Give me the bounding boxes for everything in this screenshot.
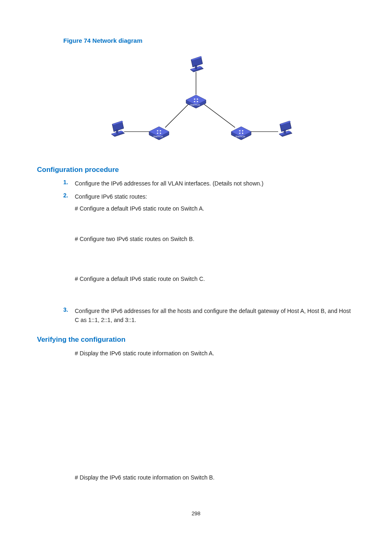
step-text: Configure IPv6 static routes: # Configur… bbox=[75, 192, 355, 302]
step-3: 3. Configure the IPv6 addresses for all … bbox=[63, 306, 355, 325]
switch-left-icon bbox=[149, 127, 169, 140]
svg-line-1 bbox=[165, 103, 190, 127]
step-number: 2. bbox=[63, 192, 75, 302]
steps-list: 1. Configure the IPv6 addresses for all … bbox=[63, 179, 355, 325]
step-number: 1. bbox=[63, 179, 75, 188]
step-main-text: Configure IPv6 static routes: bbox=[75, 193, 147, 200]
verify-line: # Display the IPv6 static route informat… bbox=[75, 473, 355, 482]
switch-right-icon bbox=[231, 127, 251, 140]
step-text: Configure the IPv6 addresses for all VLA… bbox=[75, 179, 355, 188]
svg-line-2 bbox=[202, 103, 235, 127]
step-sub-line: # Configure two IPv6 static routes on Sw… bbox=[75, 234, 355, 243]
network-diagram: SWITCH bbox=[37, 47, 355, 154]
page-number: 298 bbox=[0, 510, 392, 517]
heading-config-procedure: Configuration procedure bbox=[37, 166, 355, 174]
verify-line: # Display the IPv6 static route informat… bbox=[75, 349, 355, 358]
step-1: 1. Configure the IPv6 addresses for all … bbox=[63, 179, 355, 188]
heading-verify: Verifying the configuration bbox=[37, 336, 355, 344]
step-sub-line: # Configure a default IPv6 static route … bbox=[75, 204, 355, 213]
host-top-icon bbox=[190, 56, 203, 72]
figure-caption: Figure 74 Network diagram bbox=[63, 37, 355, 44]
step-text: Configure the IPv6 addresses for all the… bbox=[75, 306, 355, 325]
host-right-icon bbox=[279, 121, 292, 137]
switch-top-icon bbox=[186, 95, 206, 108]
step-sub-line: # Configure a default IPv6 static route … bbox=[75, 274, 355, 283]
step-2: 2. Configure IPv6 static routes: # Confi… bbox=[63, 192, 355, 302]
step-number: 3. bbox=[63, 306, 75, 325]
host-left-icon bbox=[111, 121, 125, 137]
